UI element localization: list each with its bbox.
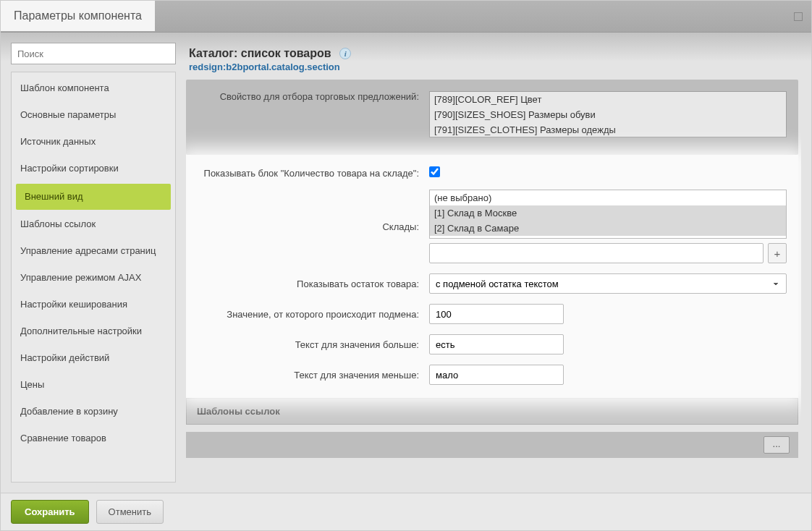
multiselect-option[interactable]: [791][SIZES_CLOTHES] Размеры одежды (430, 122, 786, 137)
search-wrap (11, 43, 176, 64)
label-show-stock: Показывать блок "Количество товара на ск… (198, 168, 429, 179)
footer: Сохранить Отменить (1, 493, 811, 530)
text-more-input[interactable] (429, 334, 564, 354)
sidebar-item[interactable]: Управление режимом AJAX (12, 265, 175, 292)
main-panel: Каталог: список товаров i redsign:b2bpor… (186, 43, 801, 483)
sidebar-item[interactable]: Шаблоны ссылок (12, 211, 175, 238)
label-threshold: Значение, от которого происходит подмена… (198, 309, 429, 320)
page-title: Каталог: список товаров (189, 47, 331, 60)
main-header: Каталог: список товаров i redsign:b2bpor… (186, 43, 801, 80)
form-row-text-less: Текст для значения меньше: (198, 365, 787, 385)
sidebar-item[interactable]: Шаблон компонента (12, 75, 175, 102)
sidebar-item[interactable]: Дополнительные настройки (12, 318, 175, 345)
offers-prop-multiselect[interactable]: [789][COLOR_REF] Цвет [790][SIZES_SHOES]… (429, 91, 787, 137)
dimmed-section-top: Свойство для отбора торговых предложений… (186, 80, 798, 155)
component-id: redsign:b2bportal.catalog.section (189, 61, 801, 72)
sidebar-item[interactable]: Основные параметры (12, 102, 175, 129)
stores-add-button[interactable]: + (768, 243, 787, 263)
save-button[interactable]: Сохранить (11, 500, 89, 524)
multiselect-option[interactable]: [790][SIZES_SHOES] Размеры обуви (430, 107, 786, 122)
sidebar-item[interactable]: Управление адресами страниц (12, 238, 175, 265)
form-row-threshold: Значение, от которого происходит подмена… (198, 304, 787, 324)
stores-listbox[interactable]: (не выбрано) [1] Склад в Москве [2] Скла… (429, 190, 787, 239)
sidebar-item-active[interactable]: Внешний вид (16, 184, 171, 211)
sidebar-item[interactable]: Цены (12, 372, 175, 399)
form-row-show-remainder: Показывать остаток товара: с подменой ос… (198, 273, 787, 294)
sidebar-item[interactable]: Настройки действий (12, 345, 175, 372)
show-stock-checkbox[interactable] (429, 166, 440, 177)
window-title: Параметры компонента (1, 1, 155, 31)
label-offers-prop: Свойство для отбора торговых предложений… (198, 91, 429, 102)
sidebar-item[interactable]: Источник данных (12, 129, 175, 156)
label-show-remainder: Показывать остаток товара: (198, 279, 429, 289)
info-icon[interactable]: i (339, 48, 351, 59)
sidebar: Шаблон компонента Основные параметры Ист… (11, 43, 176, 483)
component-params-window: Параметры компонента Шаблон компонента О… (0, 0, 812, 531)
threshold-input[interactable] (429, 304, 564, 324)
cancel-button[interactable]: Отменить (96, 500, 164, 524)
sidebar-item[interactable]: Добавление в корзину (12, 399, 175, 425)
listbox-option-selected[interactable]: [2] Склад в Самаре (430, 221, 786, 236)
window-body: Шаблон компонента Основные параметры Ист… (1, 33, 811, 493)
show-remainder-select[interactable]: с подменой остатка текстом (429, 273, 787, 294)
text-less-input[interactable] (429, 365, 564, 385)
browse-button[interactable]: ... (764, 436, 790, 454)
window-control-icon[interactable] (794, 12, 803, 21)
form-area: Свойство для отбора торговых предложений… (186, 80, 801, 483)
stores-add-input[interactable] (429, 243, 764, 263)
dimmed-section-bottom: ... (186, 432, 798, 458)
listbox-option[interactable]: (не выбрано) (430, 190, 786, 205)
search-input[interactable] (17, 48, 169, 59)
form-row-stores: Склады: (не выбрано) [1] Склад в Москве … (198, 190, 787, 263)
highlighted-section: Показывать блок "Количество товара на ск… (186, 155, 798, 398)
label-text-more: Текст для значения больше: (198, 339, 429, 350)
multiselect-option[interactable]: [789][COLOR_REF] Цвет (430, 92, 786, 107)
sidebar-item[interactable]: Настройки кеширования (12, 292, 175, 318)
label-stores: Склады: (198, 221, 429, 232)
sidebar-nav[interactable]: Шаблон компонента Основные параметры Ист… (11, 72, 176, 483)
sidebar-item[interactable]: Настройки сортировки (12, 156, 175, 182)
form-row-offers-prop: Свойство для отбора торговых предложений… (198, 91, 787, 137)
section-header-links[interactable]: Шаблоны ссылок (186, 398, 798, 425)
listbox-option-selected[interactable]: [1] Склад в Москве (430, 205, 786, 221)
titlebar: Параметры компонента (1, 1, 811, 33)
sidebar-item[interactable]: Сравнение товаров (12, 425, 175, 452)
label-text-less: Текст для значения меньше: (198, 370, 429, 381)
stores-add-row: + (429, 243, 787, 263)
form-row-show-stock: Показывать блок "Количество товара на ск… (198, 166, 787, 179)
form-row-text-more: Текст для значения больше: (198, 334, 787, 354)
